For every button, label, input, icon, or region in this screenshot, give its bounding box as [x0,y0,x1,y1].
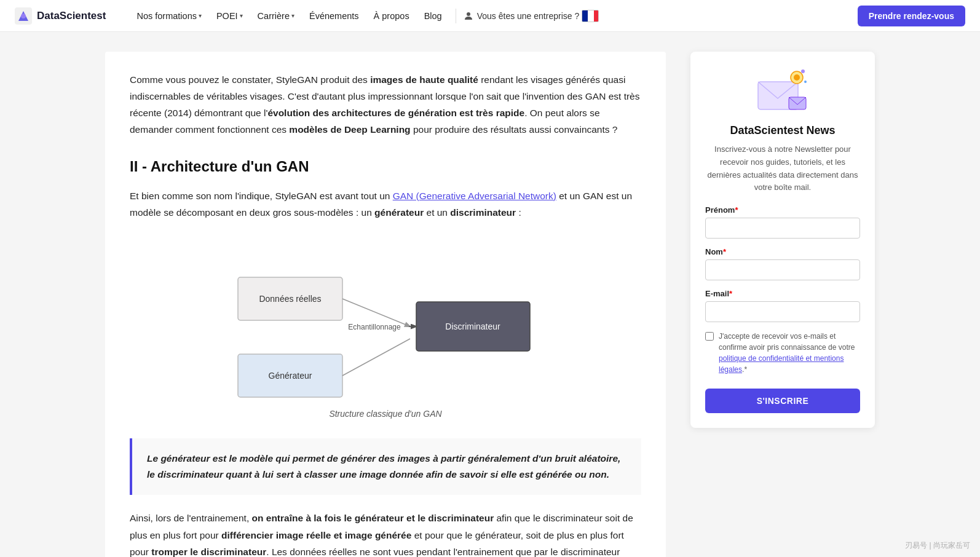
intro-paragraph: Comme vous pouvez le constater, StyleGAN… [130,71,641,138]
nav-links: Nos formations ▾ POEI ▾ Carrière ▾ Événe… [130,7,857,25]
chevron-down-icon: ▾ [240,12,243,19]
consent-checkbox[interactable] [705,332,714,341]
page-layout: Comme vous pouvez le constater, StyleGAN… [90,32,890,557]
newsletter-desc: Inscrivez-vous à notre Newsletter pour r… [705,143,860,194]
diagram-svg: Données réelles Générateur Discriminateu… [226,240,545,400]
consent-label: J'accepte de recevoir vos e-mails et con… [719,331,860,375]
diagram-caption: Structure classique d'un GAN [329,409,441,419]
svg-rect-5 [588,10,594,22]
email-label: E-mail* [705,289,860,298]
checkbox-row: J'accepte de recevoir vos e-mails et con… [705,331,860,375]
nav-enterprise[interactable]: Vous êtes une entreprise ? [464,11,580,21]
paragraph-3: Ainsi, lors de l'entrainement, on entraî… [130,510,641,557]
donnees-reelles-label: Données réelles [259,294,321,304]
svg-line-11 [342,339,410,376]
article-content: Comme vous pouvez le constater, StyleGAN… [105,52,666,557]
generateur-label: Générateur [269,371,312,381]
quote-block: Le générateur est le modèle qui permet d… [130,438,641,496]
discriminateur-label: Discriminateur [445,322,500,331]
cta-button[interactable]: Prendre rendez-vous [858,6,965,26]
nom-label: Nom* [705,247,860,256]
gan-diagram: Données réelles Générateur Discriminateu… [130,240,641,419]
svg-point-16 [794,74,800,81]
svg-point-2 [21,14,26,18]
paragraph-2: Et bien comme son nom l'indique, StyleGA… [130,188,641,221]
prenom-group: Prénom* [705,205,860,239]
svg-point-3 [467,12,470,16]
prenom-label: Prénom* [705,205,860,215]
svg-rect-4 [582,10,588,22]
privacy-link[interactable]: politique de confidentialité et mentions… [719,354,844,374]
newsletter-icon [755,66,810,116]
nav-evenements[interactable]: Événements [303,7,365,25]
nav-apropos[interactable]: À propos [368,7,416,25]
language-flag[interactable] [582,10,599,22]
nom-group: Nom* [705,247,860,280]
prenom-input[interactable] [705,218,860,239]
svg-point-17 [801,69,805,73]
nom-input[interactable] [705,259,860,280]
newsletter-icon-wrap [705,66,860,116]
svg-rect-6 [594,10,599,22]
newsletter-card: DataScientest News Inscrivez-vous à notr… [690,52,875,428]
nav-formations[interactable]: Nos formations ▾ [130,7,208,25]
nav-carriere[interactable]: Carrière ▾ [251,7,301,25]
nav-poei[interactable]: POEI ▾ [210,7,249,25]
logo[interactable]: DataScientest [15,7,106,25]
section-heading: II - Architecture d'un GAN [130,158,641,175]
logo-text: DataScientest [37,10,106,22]
sidebar: DataScientest News Inscrivez-vous à notr… [690,52,875,428]
newsletter-title: DataScientest News [705,124,860,137]
svg-point-18 [804,81,807,83]
watermark: 刃易号 | 尚玩家岳可 [905,540,970,551]
subscribe-button[interactable]: S'INSCRIRE [705,389,860,413]
email-input[interactable] [705,301,860,322]
navbar: DataScientest Nos formations ▾ POEI ▾ Ca… [0,0,980,32]
svg-text:Echantillonnage: Echantillonnage [348,323,401,331]
nav-separator [456,9,456,23]
newsletter-form: Prénom* Nom* E-mail* [705,205,860,413]
nav-blog[interactable]: Blog [418,7,448,25]
email-group: E-mail* [705,289,860,322]
gan-link[interactable]: GAN (Generative Adversarial Network) [393,191,556,201]
chevron-down-icon: ▾ [199,12,202,19]
chevron-down-icon: ▾ [291,12,294,19]
user-icon [464,11,473,21]
logo-icon [15,7,32,25]
